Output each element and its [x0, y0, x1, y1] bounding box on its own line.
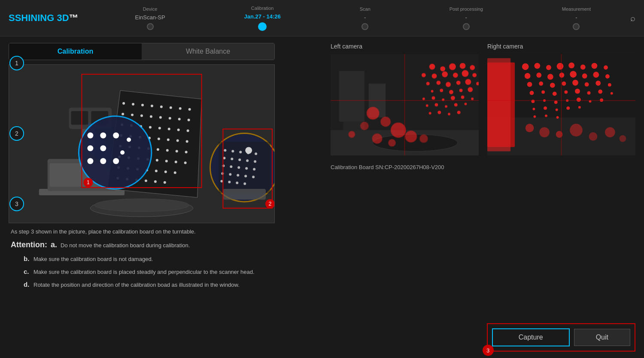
svg-point-202: [608, 83, 611, 87]
svg-point-204: [541, 90, 545, 94]
svg-point-92: [255, 152, 257, 155]
svg-point-57: [175, 161, 177, 163]
header: SSHINING 3D™ Device EinScan-SP Calibrati…: [0, 0, 644, 36]
svg-point-227: [539, 127, 550, 137]
svg-point-139: [446, 82, 451, 87]
cameras-row: Left camera: [331, 43, 635, 156]
svg-point-73: [87, 132, 93, 138]
svg-point-170: [372, 133, 383, 144]
instruction-item-d: d. Rotate the position and direction of …: [24, 279, 313, 290]
svg-rect-87: [219, 142, 270, 193]
svg-point-48: [166, 149, 169, 152]
svg-point-195: [527, 82, 532, 87]
right-camera-feed: [487, 53, 635, 156]
svg-point-101: [245, 167, 248, 170]
right-panel: Left camera: [322, 36, 644, 358]
svg-point-224: [545, 115, 547, 117]
svg-point-65: [174, 171, 176, 174]
svg-point-167: [348, 131, 355, 138]
svg-point-180: [534, 63, 540, 69]
svg-point-188: [536, 73, 541, 78]
step3-badge: 3: [483, 345, 494, 356]
svg-point-104: [229, 173, 231, 176]
attention-row: Attention: a. Do not move the calibratio…: [11, 239, 313, 251]
svg-point-21: [140, 115, 143, 117]
svg-point-89: [231, 150, 234, 152]
svg-point-77: [100, 145, 106, 151]
svg-point-103: [221, 172, 224, 175]
svg-point-218: [532, 108, 535, 110]
svg-point-154: [426, 104, 428, 107]
svg-point-94: [231, 158, 233, 160]
attention-label: Attention:: [11, 239, 47, 251]
step-circle-3: 3: [9, 197, 24, 211]
svg-point-56: [165, 160, 168, 162]
svg-point-40: [167, 138, 170, 141]
svg-point-128: [449, 63, 456, 70]
step-dot-postprocessing: [463, 23, 470, 30]
svg-point-23: [159, 116, 162, 119]
left-camera-feed: [331, 53, 479, 156]
svg-point-226: [526, 124, 534, 132]
svg-point-136: [472, 73, 477, 77]
svg-point-107: [252, 176, 255, 178]
svg-point-151: [451, 96, 455, 100]
svg-point-149: [432, 96, 435, 100]
svg-point-130: [470, 65, 475, 70]
pipeline-steps: Device EinScan-SP Calibration Jan.27 - 1…: [96, 6, 630, 31]
svg-point-219: [544, 106, 547, 110]
svg-point-171: [388, 139, 396, 147]
svg-point-166: [391, 122, 406, 137]
svg-point-185: [591, 63, 597, 69]
svg-point-137: [426, 82, 430, 85]
instruction-item-c: c. Make sure the calibration board is pl…: [24, 267, 313, 277]
svg-point-193: [593, 72, 599, 78]
right-camera-section: Right camera: [487, 43, 635, 156]
tabs: Calibration White Balance: [9, 43, 275, 60]
svg-point-229: [570, 124, 583, 137]
svg-point-18: [188, 108, 191, 111]
svg-point-181: [546, 65, 551, 70]
pipeline-step-postprocessing: Post processing -: [450, 6, 483, 30]
tab-white-balance[interactable]: White Balance: [142, 43, 274, 60]
main-content: 1 2 3 Calibration White Balance: [0, 36, 644, 358]
svg-text:2: 2: [269, 201, 272, 207]
svg-point-132: [432, 73, 437, 79]
left-camera-label: Left camera: [331, 43, 479, 50]
svg-point-14: [151, 105, 153, 107]
svg-point-69: [145, 179, 147, 182]
svg-point-76: [87, 145, 93, 151]
attention-a: a.: [51, 239, 57, 251]
svg-point-225: [556, 116, 559, 119]
svg-point-182: [557, 63, 564, 70]
svg-point-140: [456, 81, 461, 85]
step-circle-1: 1: [9, 56, 24, 70]
svg-point-25: [178, 118, 181, 121]
search-icon[interactable]: ⌕: [630, 13, 635, 23]
pipeline-step-calibration[interactable]: Calibration Jan.27 - 14:26: [244, 6, 281, 31]
svg-point-148: [422, 97, 425, 100]
svg-point-82: [120, 150, 125, 155]
quit-button[interactable]: Quit: [574, 329, 630, 346]
svg-point-207: [575, 89, 580, 94]
svg-point-97: [254, 160, 256, 163]
svg-point-163: [367, 107, 380, 120]
svg-point-164: [380, 117, 391, 127]
svg-point-16: [170, 106, 172, 109]
capture-button[interactable]: Capture: [492, 328, 570, 346]
pipeline: Device EinScan-SP Calibration Jan.27 - 1…: [96, 6, 630, 31]
tab-calibration[interactable]: Calibration: [9, 43, 142, 60]
svg-point-145: [449, 90, 453, 94]
svg-point-49: [176, 150, 178, 152]
svg-point-111: [243, 182, 246, 185]
svg-point-208: [587, 91, 591, 94]
svg-point-135: [462, 70, 469, 77]
svg-point-183: [568, 62, 574, 68]
svg-point-105: [237, 174, 239, 176]
pipeline-step-measurement: Measurement -: [562, 6, 591, 30]
svg-point-11: [122, 102, 125, 105]
svg-point-50: [185, 151, 188, 153]
svg-point-20: [131, 114, 134, 116]
pipeline-step-device: Device EinScan-SP: [135, 6, 165, 30]
svg-point-95: [238, 158, 241, 161]
